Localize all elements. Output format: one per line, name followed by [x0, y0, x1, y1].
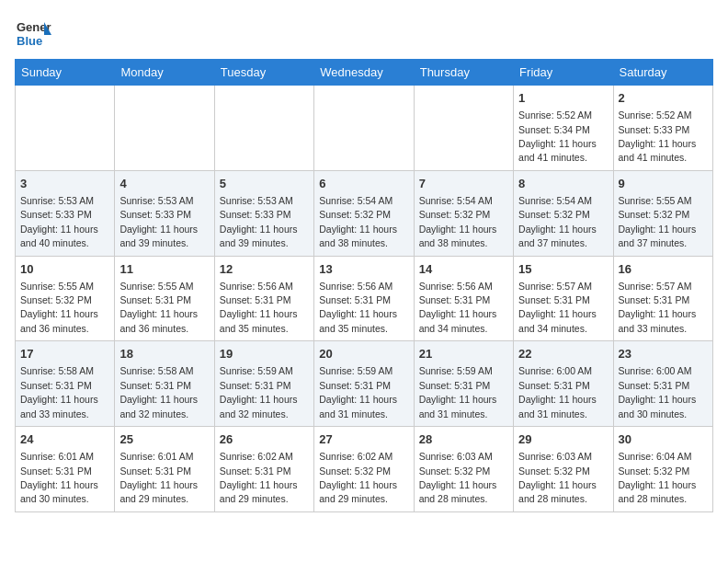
- day-info: Sunrise: 5:55 AM Sunset: 5:32 PM Dayligh…: [20, 281, 98, 334]
- day-number: 2: [619, 90, 708, 107]
- logo: General Blue: [15, 15, 51, 52]
- day-info: Sunrise: 5:55 AM Sunset: 5:32 PM Dayligh…: [619, 195, 697, 248]
- calendar-cell: 1Sunrise: 5:52 AM Sunset: 5:34 PM Daylig…: [514, 86, 613, 171]
- day-info: Sunrise: 6:01 AM Sunset: 5:31 PM Dayligh…: [119, 451, 198, 504]
- calendar-cell: 26Sunrise: 6:02 AM Sunset: 5:31 PM Dayli…: [214, 427, 313, 512]
- day-number: 15: [518, 261, 608, 278]
- calendar-cell: 15Sunrise: 5:57 AM Sunset: 5:31 PM Dayli…: [514, 256, 613, 341]
- day-info: Sunrise: 5:54 AM Sunset: 5:32 PM Dayligh…: [518, 195, 597, 248]
- calendar-cell: 14Sunrise: 5:56 AM Sunset: 5:31 PM Dayli…: [414, 256, 513, 341]
- week-row-4: 17Sunrise: 5:58 AM Sunset: 5:31 PM Dayli…: [16, 341, 713, 427]
- day-number: 17: [20, 346, 109, 362]
- day-number: 1: [518, 90, 608, 107]
- calendar-cell: 25Sunrise: 6:01 AM Sunset: 5:31 PM Dayli…: [115, 427, 214, 512]
- day-info: Sunrise: 6:03 AM Sunset: 5:32 PM Dayligh…: [419, 451, 497, 504]
- calendar-cell: [16, 86, 115, 171]
- calendar-cell: 13Sunrise: 5:56 AM Sunset: 5:31 PM Dayli…: [314, 256, 414, 341]
- day-info: Sunrise: 6:04 AM Sunset: 5:32 PM Dayligh…: [619, 451, 697, 504]
- day-info: Sunrise: 6:02 AM Sunset: 5:31 PM Dayligh…: [220, 451, 298, 504]
- calendar-cell: 2Sunrise: 5:52 AM Sunset: 5:33 PM Daylig…: [613, 86, 712, 171]
- day-number: 20: [319, 346, 408, 362]
- day-number: 30: [619, 431, 708, 448]
- day-info: Sunrise: 6:01 AM Sunset: 5:31 PM Dayligh…: [20, 451, 98, 504]
- day-number: 7: [419, 176, 508, 192]
- week-row-3: 10Sunrise: 5:55 AM Sunset: 5:32 PM Dayli…: [16, 256, 713, 341]
- day-number: 22: [518, 346, 608, 362]
- day-number: 10: [20, 261, 109, 278]
- day-info: Sunrise: 5:58 AM Sunset: 5:31 PM Dayligh…: [20, 365, 98, 419]
- day-number: 29: [518, 431, 608, 448]
- calendar-cell: 20Sunrise: 5:59 AM Sunset: 5:31 PM Dayli…: [314, 341, 414, 427]
- day-info: Sunrise: 5:59 AM Sunset: 5:31 PM Dayligh…: [319, 365, 397, 419]
- day-header-friday: Friday: [514, 60, 613, 86]
- day-info: Sunrise: 5:57 AM Sunset: 5:31 PM Dayligh…: [518, 281, 597, 334]
- day-number: 11: [119, 261, 209, 278]
- day-number: 24: [20, 431, 109, 448]
- calendar-cell: 9Sunrise: 5:55 AM Sunset: 5:32 PM Daylig…: [613, 170, 712, 256]
- week-row-5: 24Sunrise: 6:01 AM Sunset: 5:31 PM Dayli…: [16, 427, 713, 512]
- day-number: 27: [319, 431, 408, 448]
- day-number: 16: [619, 261, 708, 278]
- day-info: Sunrise: 5:53 AM Sunset: 5:33 PM Dayligh…: [20, 195, 98, 248]
- day-number: 4: [119, 176, 209, 192]
- day-number: 28: [419, 431, 508, 448]
- day-number: 14: [419, 261, 508, 278]
- calendar-cell: 27Sunrise: 6:02 AM Sunset: 5:32 PM Dayli…: [314, 427, 414, 512]
- day-info: Sunrise: 5:56 AM Sunset: 5:31 PM Dayligh…: [319, 281, 397, 334]
- day-number: 13: [319, 261, 408, 278]
- calendar-cell: 18Sunrise: 5:58 AM Sunset: 5:31 PM Dayli…: [115, 341, 214, 427]
- calendar-cell: 10Sunrise: 5:55 AM Sunset: 5:32 PM Dayli…: [16, 256, 115, 341]
- day-number: 9: [619, 176, 708, 192]
- day-info: Sunrise: 5:53 AM Sunset: 5:33 PM Dayligh…: [220, 195, 298, 248]
- day-number: 3: [20, 176, 109, 192]
- day-number: 12: [220, 261, 309, 278]
- day-header-tuesday: Tuesday: [214, 60, 313, 86]
- week-row-1: 1Sunrise: 5:52 AM Sunset: 5:34 PM Daylig…: [16, 86, 713, 171]
- day-info: Sunrise: 5:59 AM Sunset: 5:31 PM Dayligh…: [419, 365, 497, 419]
- day-header-sunday: Sunday: [16, 60, 115, 86]
- calendar-cell: 21Sunrise: 5:59 AM Sunset: 5:31 PM Dayli…: [414, 341, 513, 427]
- day-info: Sunrise: 5:52 AM Sunset: 5:34 PM Dayligh…: [518, 109, 597, 163]
- day-number: 26: [220, 431, 309, 448]
- calendar-cell: 19Sunrise: 5:59 AM Sunset: 5:31 PM Dayli…: [214, 341, 313, 427]
- calendar-cell: 11Sunrise: 5:55 AM Sunset: 5:31 PM Dayli…: [115, 256, 214, 341]
- calendar-table: SundayMondayTuesdayWednesdayThursdayFrid…: [15, 59, 713, 512]
- day-number: 25: [119, 431, 209, 448]
- calendar-cell: 28Sunrise: 6:03 AM Sunset: 5:32 PM Dayli…: [414, 427, 513, 512]
- logo-icon: General Blue: [15, 15, 51, 52]
- day-header-monday: Monday: [115, 60, 214, 86]
- calendar-cell: 24Sunrise: 6:01 AM Sunset: 5:31 PM Dayli…: [16, 427, 115, 512]
- day-number: 18: [119, 346, 209, 362]
- calendar-cell: 22Sunrise: 6:00 AM Sunset: 5:31 PM Dayli…: [514, 341, 613, 427]
- calendar-cell: 8Sunrise: 5:54 AM Sunset: 5:32 PM Daylig…: [514, 170, 613, 256]
- calendar-cell: [115, 86, 214, 171]
- day-info: Sunrise: 6:00 AM Sunset: 5:31 PM Dayligh…: [619, 365, 697, 419]
- day-info: Sunrise: 5:59 AM Sunset: 5:31 PM Dayligh…: [220, 365, 298, 419]
- day-info: Sunrise: 5:55 AM Sunset: 5:31 PM Dayligh…: [119, 281, 198, 334]
- svg-text:Blue: Blue: [17, 34, 42, 48]
- calendar-cell: [314, 86, 414, 171]
- day-header-thursday: Thursday: [414, 60, 513, 86]
- calendar-cell: 7Sunrise: 5:54 AM Sunset: 5:32 PM Daylig…: [414, 170, 513, 256]
- calendar-cell: 12Sunrise: 5:56 AM Sunset: 5:31 PM Dayli…: [214, 256, 313, 341]
- calendar-cell: 3Sunrise: 5:53 AM Sunset: 5:33 PM Daylig…: [16, 170, 115, 256]
- day-info: Sunrise: 5:58 AM Sunset: 5:31 PM Dayligh…: [119, 365, 198, 419]
- day-number: 5: [220, 176, 309, 192]
- week-row-2: 3Sunrise: 5:53 AM Sunset: 5:33 PM Daylig…: [16, 170, 713, 256]
- calendar-cell: 16Sunrise: 5:57 AM Sunset: 5:31 PM Dayli…: [613, 256, 712, 341]
- day-info: Sunrise: 5:54 AM Sunset: 5:32 PM Dayligh…: [319, 195, 397, 248]
- day-info: Sunrise: 5:57 AM Sunset: 5:31 PM Dayligh…: [619, 281, 697, 334]
- day-number: 19: [220, 346, 309, 362]
- calendar-cell: 30Sunrise: 6:04 AM Sunset: 5:32 PM Dayli…: [613, 427, 712, 512]
- day-info: Sunrise: 5:54 AM Sunset: 5:32 PM Dayligh…: [419, 195, 497, 248]
- calendar-cell: 4Sunrise: 5:53 AM Sunset: 5:33 PM Daylig…: [115, 170, 214, 256]
- day-header-wednesday: Wednesday: [314, 60, 414, 86]
- day-number: 23: [619, 346, 708, 362]
- day-info: Sunrise: 6:02 AM Sunset: 5:32 PM Dayligh…: [319, 451, 397, 504]
- calendar-cell: 5Sunrise: 5:53 AM Sunset: 5:33 PM Daylig…: [214, 170, 313, 256]
- day-info: Sunrise: 5:56 AM Sunset: 5:31 PM Dayligh…: [220, 281, 298, 334]
- calendar-cell: [414, 86, 513, 171]
- calendar-header-row: SundayMondayTuesdayWednesdayThursdayFrid…: [16, 60, 713, 86]
- day-info: Sunrise: 6:03 AM Sunset: 5:32 PM Dayligh…: [518, 451, 597, 504]
- calendar-cell: 17Sunrise: 5:58 AM Sunset: 5:31 PM Dayli…: [16, 341, 115, 427]
